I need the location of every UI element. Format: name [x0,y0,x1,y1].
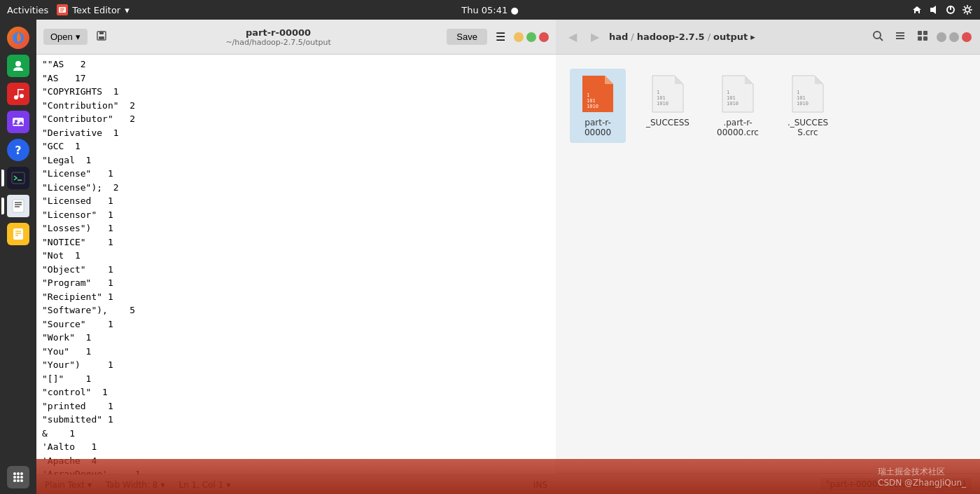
svg-point-7 [965,8,969,12]
svg-point-38 [874,32,881,39]
open-button[interactable]: Open ▾ [43,29,88,45]
svg-rect-37 [99,36,104,39]
app-icon [57,4,68,15]
fm-window-controls [937,32,972,42]
svg-text:101: 101 [587,98,596,104]
svg-rect-40 [896,32,904,34]
breadcrumb-had[interactable]: had [609,32,628,42]
svg-point-32 [13,479,16,482]
activities-button[interactable]: Activities [7,5,48,15]
fm-file-item-2[interactable]: 1 101 1010 .part-r-00000.crc [710,69,766,143]
app-name-label: Text Editor [72,5,120,15]
svg-rect-42 [896,38,904,39]
app-name-area: Text Editor ▾ [57,4,129,15]
save-icon-button[interactable] [93,27,110,46]
svg-point-15 [15,120,18,123]
app-menu-arrow[interactable]: ▾ [125,5,130,15]
svg-rect-41 [896,35,904,36]
text-editor: Open ▾ part-r-00000 ~/had/hadoop-2.7.5/o… [36,20,556,494]
fm-breadcrumb: had / hadoop-2.7.5 / output ▸ [609,32,755,42]
svg-point-31 [20,476,23,479]
clock: Thu 05:41 ● [461,5,519,15]
svg-text:1010: 1010 [587,104,598,109]
svg-point-26 [13,472,16,475]
fm-header: ◀ ▶ had / hadoop-2.7.5 / output ▸ [556,20,980,55]
svg-rect-14 [13,118,24,126]
fm-file-icon-0: 1 101 1010 [581,74,615,114]
breadcrumb-output[interactable]: output [713,32,748,42]
svg-line-39 [880,38,883,41]
breadcrumb-hadoop[interactable]: hadoop-2.7.5 [637,32,705,42]
svg-text:101: 101 [727,95,736,101]
svg-point-28 [20,472,23,475]
editor-title-area: part-r-00000 ~/had/hadoop-2.7.5/output [110,27,447,47]
sidebar-bottom [7,466,29,488]
power-icon [945,4,956,15]
fm-search-button[interactable] [869,29,886,46]
close-button[interactable] [539,32,549,42]
menu-button[interactable]: ☰ [493,27,508,46]
svg-text:1010: 1010 [657,101,668,107]
svg-text:101: 101 [797,95,806,101]
fm-file-icon-3: 1 101 1010 [791,74,825,114]
minimize-button[interactable] [514,32,524,42]
maximize-button[interactable] [526,32,536,42]
fm-file-item-3[interactable]: 1 101 1010 ._SUCCESS.crc [780,69,836,143]
sidebar: ? [0,20,36,494]
fm-file-icon-2: 1 101 1010 [721,74,755,114]
svg-point-34 [20,479,23,482]
svg-rect-45 [918,36,922,41]
svg-rect-43 [918,31,922,35]
sound-icon [928,4,939,15]
svg-rect-13 [18,89,24,90]
desktop-taskbar: 瑞土掘金技术社区 CSDN @ZhangJiQun_ [36,459,980,494]
fm-grid-view-button[interactable] [914,29,931,46]
sidebar-icon-contacts[interactable] [6,53,31,78]
svg-point-27 [17,472,20,475]
svg-text:1010: 1010 [727,101,738,107]
editor-text: ""AS 2 "AS 17 "COPYRIGHTS 1 "Contributio… [42,57,550,474]
fm-maximize-button[interactable] [949,32,959,42]
svg-point-30 [17,476,20,479]
svg-rect-44 [923,31,927,35]
svg-text:1: 1 [587,92,589,98]
svg-text:1: 1 [727,90,729,95]
sidebar-icon-photos[interactable] [6,109,31,135]
fm-close-button[interactable] [962,32,972,42]
fm-list-view-button[interactable] [892,29,909,46]
system-tray [911,4,973,15]
sidebar-icon-help[interactable]: ? [6,137,31,163]
editor-header: Open ▾ part-r-00000 ~/had/hadoop-2.7.5/o… [36,20,556,55]
svg-rect-16 [12,172,24,184]
sidebar-icon-firefox[interactable] [6,25,31,50]
fm-file-label-2: .part-r-00000.crc [715,118,760,137]
top-bar: Activities Text Editor ▾ Thu 05:41 ● [0,0,980,20]
save-button[interactable]: Save [447,29,487,45]
breadcrumb-arrow[interactable]: ▸ [750,32,755,42]
network-icon [911,4,923,15]
svg-point-9 [15,61,21,67]
svg-text:1010: 1010 [797,101,808,107]
sidebar-icon-terminal[interactable] [6,165,31,191]
svg-point-33 [17,479,20,482]
fm-file-item-1[interactable]: 1 101 1010 _SUCCESS [640,69,696,143]
svg-text:1: 1 [657,90,659,95]
svg-rect-22 [13,228,23,240]
svg-marker-4 [930,6,936,14]
svg-text:101: 101 [657,95,666,101]
sidebar-icon-music[interactable] [6,81,31,107]
settings-icon [962,4,973,15]
fm-file-item-0[interactable]: 1 101 1010 part-r-00000 [570,69,626,143]
fm-file-icon-1: 1 101 1010 [651,74,685,114]
fm-back-button[interactable]: ◀ [564,29,581,45]
fm-minimize-button[interactable] [937,32,946,42]
sidebar-icon-notes[interactable] [6,221,31,247]
svg-rect-36 [99,32,104,34]
fm-forward-button[interactable]: ▶ [587,29,603,45]
fm-file-label-0: part-r-00000 [575,118,620,137]
show-apps-button[interactable] [7,466,29,488]
editor-content[interactable]: ""AS 2 "AS 17 "COPYRIGHTS 1 "Contributio… [36,55,556,474]
fm-content: 1 101 1010 part-r-00000 1 101 1010 _SUCC… [556,55,980,473]
sidebar-icon-text-editor[interactable] [6,193,31,219]
svg-point-29 [13,476,16,479]
